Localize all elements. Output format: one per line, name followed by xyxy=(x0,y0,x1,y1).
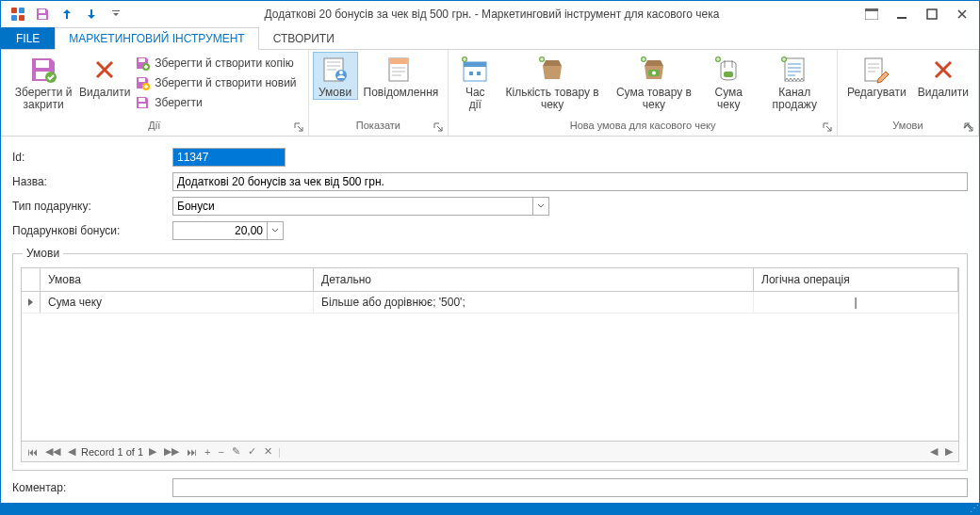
sum-item-label: Сума товару в чеку xyxy=(616,86,692,111)
qat-customize-icon[interactable] xyxy=(106,5,125,24)
nav-prev-icon[interactable]: ◀ xyxy=(66,445,77,458)
conditions-label: Умови xyxy=(318,87,351,99)
svg-rect-3 xyxy=(19,15,24,21)
svg-rect-6 xyxy=(112,10,120,11)
nav-accept-icon[interactable]: ✓ xyxy=(246,445,258,458)
chevron-down-icon[interactable] xyxy=(267,221,284,240)
name-field[interactable] xyxy=(172,172,968,191)
conditions-button[interactable]: Умови xyxy=(313,52,358,100)
ribbon-tabs: FILE МАРКЕТИНГОВИЙ ІНСТРУМЕНТ СТВОРИТИ xyxy=(1,27,979,50)
svg-rect-14 xyxy=(139,58,145,62)
dialog-launcher-icon[interactable] xyxy=(294,122,305,134)
nav-record-text: Record 1 of 1 xyxy=(81,446,143,458)
minimize-button[interactable] xyxy=(889,4,915,24)
save-button[interactable]: Зберегти xyxy=(131,93,300,112)
sum-item-button[interactable]: Сума товару в чеку xyxy=(607,52,701,111)
time-button[interactable]: Час дії xyxy=(452,52,498,111)
nav-edit-icon[interactable]: ✎ xyxy=(230,445,242,458)
qat-app-icon[interactable] xyxy=(8,5,27,24)
comment-field[interactable] xyxy=(172,478,968,497)
gift-bonus-label: Подарункові бонуси: xyxy=(12,224,172,237)
grid-col-operation[interactable]: Логічна операція xyxy=(754,268,958,291)
channel-button[interactable]: Канал продажу xyxy=(757,52,833,111)
nav-first-icon[interactable]: ⏮ xyxy=(25,446,40,458)
comment-label: Коментар: xyxy=(12,481,172,494)
svg-rect-4 xyxy=(39,9,45,13)
close-button[interactable] xyxy=(949,4,975,24)
file-tab[interactable]: FILE xyxy=(1,27,55,49)
sum-check-button[interactable]: Сума чеку xyxy=(701,52,757,111)
nav-last-icon[interactable]: ⏭ xyxy=(185,446,199,458)
ribbon-group-show-label: Показати xyxy=(356,120,400,131)
svg-rect-24 xyxy=(389,58,408,64)
arrow-down-icon[interactable] xyxy=(82,5,101,24)
save-icon[interactable] xyxy=(33,5,52,24)
dialog-launcher-icon[interactable] xyxy=(823,122,834,134)
nav-next-page-icon[interactable]: ▶▶ xyxy=(162,445,181,458)
svg-rect-26 xyxy=(464,62,486,67)
delete-label: Видалити xyxy=(79,87,130,99)
grid-col-condition[interactable]: Умова xyxy=(41,268,314,291)
grid-col-detail[interactable]: Детально xyxy=(314,268,754,291)
collapse-ribbon-icon[interactable] xyxy=(962,121,973,132)
statusbar: ⋰ xyxy=(1,503,979,514)
table-row[interactable]: Сума чеку Більше або дорівнює; '500'; | xyxy=(22,292,958,314)
quantity-button[interactable]: Кількість товару в чеку xyxy=(498,52,607,111)
nav-scroll-left-icon[interactable]: ◀ xyxy=(928,445,939,458)
tab-create[interactable]: СТВОРИТИ xyxy=(259,27,349,49)
nav-next-icon[interactable]: ▶ xyxy=(147,445,158,458)
edit-button[interactable]: Редагувати xyxy=(841,52,912,99)
save-copy-button[interactable]: Зберегти й створити копію xyxy=(131,54,300,72)
svg-rect-16 xyxy=(139,78,145,82)
grid-body[interactable]: Сума чеку Більше або дорівнює; '500'; | xyxy=(22,292,958,441)
cell-operation[interactable]: | xyxy=(754,292,958,313)
svg-rect-1 xyxy=(19,8,24,13)
notification-button[interactable]: Повідомлення xyxy=(358,52,445,99)
ribbon-group-new-condition-label: Нова умова для касового чеку xyxy=(570,120,716,131)
maximize-button[interactable] xyxy=(919,4,945,24)
gift-type-combo[interactable] xyxy=(172,197,549,216)
gift-type-input[interactable] xyxy=(172,197,532,216)
nav-cancel-icon[interactable]: ✕ xyxy=(262,445,274,458)
time-label: Час дії xyxy=(458,87,492,111)
ribbon-display-options-icon[interactable] xyxy=(858,4,885,24)
cond-delete-label: Видалити xyxy=(918,87,969,99)
svg-rect-11 xyxy=(36,60,49,68)
notification-label: Повідомлення xyxy=(364,87,439,99)
nav-scroll-right-icon[interactable]: ▶ xyxy=(943,445,955,458)
ribbon: Зберегти й закрити Видалити Зберегти й с… xyxy=(1,50,979,137)
conditions-grid[interactable]: Умова Детально Логічна операція Сума чек… xyxy=(21,267,959,442)
save-close-button[interactable]: Зберегти й закрити xyxy=(5,52,82,111)
cell-detail[interactable]: Більше або дорівнює; '500'; xyxy=(314,292,754,313)
cell-condition[interactable]: Сума чеку xyxy=(41,292,314,313)
nav-remove-icon[interactable]: − xyxy=(216,446,225,458)
quick-access-toolbar xyxy=(5,5,125,24)
svg-rect-32 xyxy=(724,72,733,77)
chevron-down-icon[interactable] xyxy=(532,197,549,216)
id-label: Id: xyxy=(12,151,172,164)
nav-add-icon[interactable]: + xyxy=(203,446,212,458)
conditions-groupbox: Умови Умова Детально Логічна операція Су… xyxy=(12,253,968,471)
save-new-button[interactable]: Зберегти й створити новий xyxy=(131,73,300,92)
nav-prev-page-icon[interactable]: ◀◀ xyxy=(43,445,62,458)
window: Додаткові 20 бонусів за чек від 500 грн.… xyxy=(0,0,980,515)
cond-delete-button[interactable]: Видалити xyxy=(912,52,974,99)
form-area: Id: Назва: Тип подарунку: Подарункові бо… xyxy=(1,137,979,503)
svg-rect-2 xyxy=(11,15,17,21)
delete-button[interactable]: Видалити xyxy=(82,52,127,99)
dialog-launcher-icon[interactable] xyxy=(433,122,445,134)
svg-rect-8 xyxy=(865,8,878,11)
id-field[interactable] xyxy=(172,148,286,167)
tab-marketing-tool[interactable]: МАРКЕТИНГОВИЙ ІНСТРУМЕНТ xyxy=(55,27,258,50)
gift-bonus-field[interactable] xyxy=(172,221,267,240)
svg-rect-19 xyxy=(139,104,146,107)
save-close-label: Зберегти й закрити xyxy=(15,86,73,111)
name-label: Назва: xyxy=(12,175,172,188)
ribbon-group-actions-label: Дії xyxy=(148,120,160,131)
ribbon-group-conditions: Редагувати Видалити Умови xyxy=(838,50,979,136)
resize-grip-icon[interactable]: ⋰ xyxy=(970,505,977,512)
window-controls xyxy=(858,4,975,24)
arrow-up-icon[interactable] xyxy=(57,5,76,24)
channel-label: Канал продажу xyxy=(773,86,817,111)
save-label: Зберегти xyxy=(155,96,203,109)
